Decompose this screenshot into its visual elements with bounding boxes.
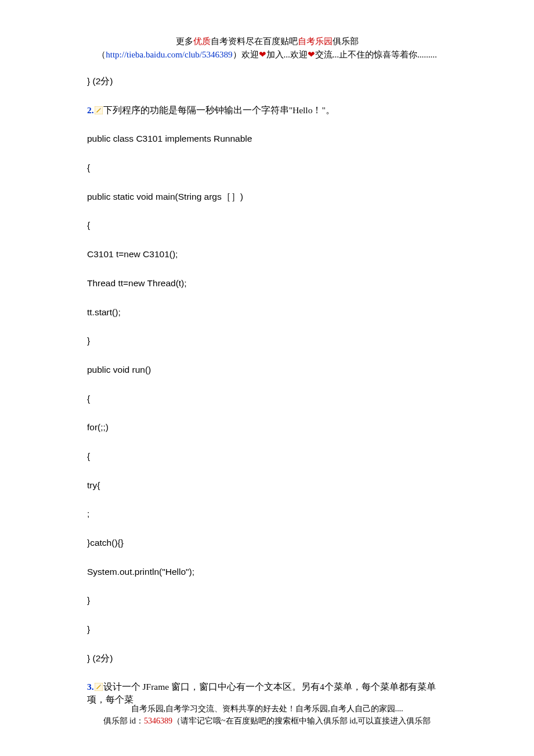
header-line-1: 更多优质自考资料尽在百度贴吧自考乐园俱乐部 [87,35,447,48]
footer-text: 俱乐部 id： [103,717,144,725]
code-line: public class C3101 implements Runnable [87,132,447,145]
page-header: 更多优质自考资料尽在百度贴吧自考乐园俱乐部 （http://tieba.baid… [87,35,447,61]
code-line: } (2分) [87,652,447,665]
header-url: http://tieba.baidu.com/club/5346389 [106,50,232,59]
code-line: System.out.println("Hello"); [87,566,447,578]
header-red-2: 自考乐园 [298,37,333,46]
question-2: 2.下列程序的功能是每隔一秒钟输出一个字符串"Hello！"。 [87,104,447,117]
header-text: ） [233,50,241,59]
code-line: tt.start(); [87,306,447,319]
code-line: { [87,161,447,174]
code-line: for(;;) [87,421,447,434]
header-text: （ [97,50,106,59]
question-text: 下列程序的功能是每隔一秒钟输出一个字符串"Hello！"。 [103,105,335,115]
code-line: }catch(){} [87,537,447,549]
page-footer: 自考乐园,自考学习交流、资料共享的好去处！自考乐园,自考人自己的家园.... 俱… [0,703,534,727]
code-line: { [87,219,447,232]
question-text: 设计一个 JFrame 窗口，窗口中心有一个文本区。另有4个菜单，每个菜单都有菜… [87,682,436,704]
heart-icon: ❤ [259,50,266,59]
header-text: 加入...欢迎 [266,50,308,59]
code-line: public static void main(String args［］) [87,190,447,203]
document-body: } (2分) 2.下列程序的功能是每隔一秒钟输出一个字符串"Hello！"。 p… [87,75,447,706]
header-text: 俱乐部 [333,37,359,46]
header-text: 自考资料尽在百度贴吧 [211,37,298,46]
code-line: ; [87,507,447,520]
footer-line-2: 俱乐部 id：5346389（请牢记它哦~在百度贴吧的搜索框中输入俱乐部 id,… [0,715,534,727]
question-number: 2. [87,105,94,115]
code-line: try{ [87,479,447,492]
footer-line-1: 自考乐园,自考学习交流、资料共享的好去处！自考乐园,自考人自己的家园.... [0,703,534,715]
code-line: Thread tt=new Thread(t); [87,277,447,290]
code-line: { [87,393,447,405]
header-red-1: 优质 [193,37,211,46]
footer-text: （请牢记它哦~在百度贴吧的搜索框中输入俱乐部 id,可以直接进入俱乐部 [172,717,431,725]
code-line: public void run() [87,363,447,376]
code-line: C3101 t=new C3101(); [87,248,447,261]
header-line-2: （http://tieba.baidu.com/club/5346389）欢迎❤… [87,48,447,62]
code-line: } [87,594,447,607]
edit-icon [95,105,103,113]
footer-club-id: 5346389 [144,717,172,725]
header-text: 欢迎 [241,50,259,59]
edit-icon [95,682,103,690]
header-text: 交流...止不住的惊喜等着你......... [315,50,437,59]
heart-icon: ❤ [308,50,315,59]
question-number: 3. [87,682,94,692]
code-line: { [87,450,447,463]
code-line: } [87,623,447,636]
code-line: } [87,334,447,347]
code-line: } (2分) [87,75,447,88]
header-text: 更多 [176,37,193,46]
